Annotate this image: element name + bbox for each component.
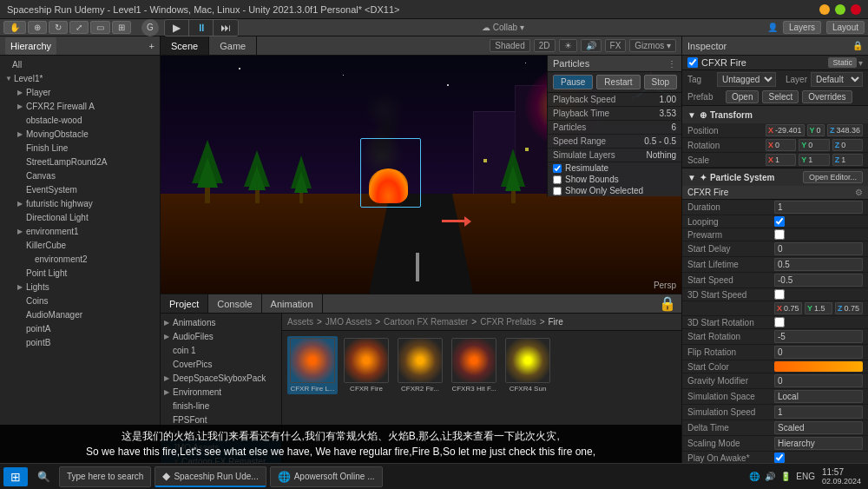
tool-rotate[interactable]: ↻ [49, 21, 68, 34]
asset-cfxr2-fir[interactable]: CFXR2 Fir... [395, 336, 445, 394]
hierarchy-env2[interactable]: environment2 [0, 252, 160, 266]
minimize-btn[interactable] [819, 4, 830, 15]
ps-x-field[interactable]: X0.75 [774, 302, 802, 314]
collab-btn[interactable]: ☁ Collab ▾ [482, 23, 524, 32]
layout-btn[interactable]: Layout [826, 21, 865, 34]
hierarchy-canvas[interactable]: Canvas [0, 169, 160, 182]
pt-audiofiles[interactable]: ▶AudioFiles [161, 329, 281, 343]
ps-startlifetime-val[interactable]: 0.5 [774, 258, 863, 271]
pt-coverpics[interactable]: CoverPics [161, 357, 281, 371]
scale-z-field[interactable]: Z1 [832, 154, 863, 166]
game-tab[interactable]: Game [209, 36, 257, 55]
scale-x-field[interactable]: X1 [766, 154, 796, 166]
hierarchy-killercube[interactable]: KillerCube [0, 238, 160, 252]
ps-y-field[interactable]: Y1.5 [805, 302, 832, 314]
open-prefab-btn[interactable]: Open [726, 90, 759, 103]
console-tab[interactable]: Console [208, 294, 261, 313]
show-bounds-check[interactable] [553, 175, 562, 184]
open-editor-btn[interactable]: Open Editor... [803, 171, 863, 183]
step-btn[interactable]: ⏭ [214, 20, 238, 36]
hierarchy-content[interactable]: All ▼Level1* ▶Player ▶CFXR2 Firewall A o… [0, 56, 160, 463]
inspector-lock[interactable]: 🔒 [852, 41, 863, 50]
hierarchy-coins[interactable]: Coins [0, 294, 160, 307]
hierarchy-finish-line[interactable]: Finish Line [0, 141, 160, 155]
ps-prewarm-check[interactable] [774, 229, 785, 240]
ps-startrotation-val[interactable]: -5 [774, 330, 863, 343]
hierarchy-env1[interactable]: ▶environment1 [0, 224, 160, 238]
tool-move[interactable]: ⊕ [28, 21, 47, 34]
project-lock[interactable]: 🔒 [659, 295, 676, 312]
pos-y-field[interactable]: Y0 [807, 124, 825, 136]
search-bar[interactable]: 🔍 [31, 466, 56, 487]
gizmos-btn[interactable]: Gizmos ▾ [629, 39, 676, 52]
rot-x-field[interactable]: X0 [766, 139, 796, 151]
ps-fliprotation-val[interactable]: 0 [774, 346, 863, 359]
lang-label[interactable]: ENG [796, 472, 815, 481]
pt-deepskybox[interactable]: ▶DeepSpaceSkyboxPack [161, 371, 281, 385]
start-color-bar[interactable] [774, 361, 863, 372]
ps-settings-icon[interactable]: ⚙ [855, 188, 863, 197]
ps-startspeed-val[interactable]: -0.5 [774, 274, 863, 287]
tag-select[interactable]: Untagged [717, 72, 776, 87]
pt-animations[interactable]: ▶Animations [161, 315, 281, 329]
scale-y-field[interactable]: Y1 [799, 154, 829, 166]
transform-header[interactable]: ▼ ⊕ Transform [682, 106, 868, 123]
rot-y-field[interactable]: Y0 [799, 139, 829, 151]
hierarchy-level1[interactable]: ▼Level1* [0, 71, 160, 85]
hierarchy-eventsystem[interactable]: EventSystem [0, 182, 160, 196]
asset-cfxr-fire-l[interactable]: CFXR Fire L... [287, 336, 338, 394]
audio-toggle[interactable]: 🔊 [581, 39, 602, 52]
asset-cfxr3-hit-f[interactable]: CFXR3 Hit F... [449, 336, 499, 394]
taskbar-search-box[interactable]: Type here to search [59, 466, 151, 487]
ps-looping-check[interactable] [774, 216, 785, 227]
show-only-selected-check[interactable] [553, 187, 562, 195]
ps-scalingmode-val[interactable]: Hierarchy [774, 437, 863, 450]
pt-environment[interactable]: ▶Environment [161, 385, 281, 399]
ps-startdelay-val[interactable]: 0 [774, 242, 863, 255]
ps-deltatime-val[interactable]: Scaled [774, 421, 863, 434]
ps-duration-val[interactable]: 1 [774, 201, 863, 214]
static-dropdown[interactable]: ▾ [858, 58, 863, 68]
scene-tab[interactable]: Scene [161, 36, 209, 55]
hierarchy-tab[interactable]: Hierarchy [5, 37, 56, 55]
pos-z-field[interactable]: Z348.36 [827, 124, 863, 136]
ps-3dspeed-check[interactable] [774, 289, 785, 300]
object-active-check[interactable] [687, 57, 698, 68]
taskbar-browser-app[interactable]: 🌐 Apowersoft Online ... [270, 466, 383, 487]
static-badge[interactable]: Static [828, 57, 857, 68]
ps-simspeed-val[interactable]: 1 [774, 406, 863, 419]
select-prefab-btn[interactable]: Select [762, 90, 799, 103]
account-btn[interactable]: 👤 [767, 23, 778, 32]
hierarchy-audiomanager[interactable]: AudioManager [0, 307, 160, 321]
play-btn[interactable]: ▶ [165, 20, 189, 36]
tool-rect[interactable]: ▭ [90, 21, 110, 34]
pt-coin1[interactable]: coin 1 [161, 343, 281, 357]
pos-x-field[interactable]: X-29.401 [766, 124, 805, 136]
tool-transform[interactable]: ⊞ [112, 21, 131, 34]
rot-z-field[interactable]: Z0 [832, 139, 863, 151]
ps-simspace-val[interactable]: Local [774, 390, 863, 403]
pause-btn[interactable]: Pause [553, 75, 593, 89]
hierarchy-pointb[interactable]: pointB [0, 335, 160, 349]
network-icon[interactable]: 🌐 [749, 472, 760, 481]
project-tab[interactable]: Project [161, 294, 208, 313]
particles-menu[interactable]: ⋮ [667, 59, 676, 69]
maximize-btn[interactable] [835, 4, 845, 15]
hierarchy-highway[interactable]: ▶futuristic highway [0, 196, 160, 210]
layers-btn[interactable]: Layers [783, 21, 821, 34]
layer-select[interactable]: Default [811, 72, 863, 87]
hierarchy-add-btn[interactable]: + [149, 41, 155, 51]
light-toggle[interactable]: ☀ [559, 39, 577, 52]
asset-cfxr4-sun[interactable]: CFXR4 Sun [503, 336, 553, 394]
resimulate-check[interactable] [553, 164, 562, 173]
hierarchy-all[interactable]: All [0, 57, 160, 71]
hierarchy-lights[interactable]: ▶Lights [0, 280, 160, 294]
stop-btn[interactable]: Stop [644, 75, 678, 89]
hierarchy-player[interactable]: ▶Player [0, 85, 160, 99]
start-button[interactable]: ⊞ [3, 467, 28, 486]
hierarchy-pointa[interactable]: pointA [0, 321, 160, 335]
pause-btn[interactable]: ⏸ [189, 20, 214, 36]
hierarchy-dirlight[interactable]: Directional Light [0, 210, 160, 224]
ps-3drotation-check[interactable] [774, 317, 785, 327]
hierarchy-cfxr2[interactable]: ▶CFXR2 Firewall A [0, 99, 160, 113]
